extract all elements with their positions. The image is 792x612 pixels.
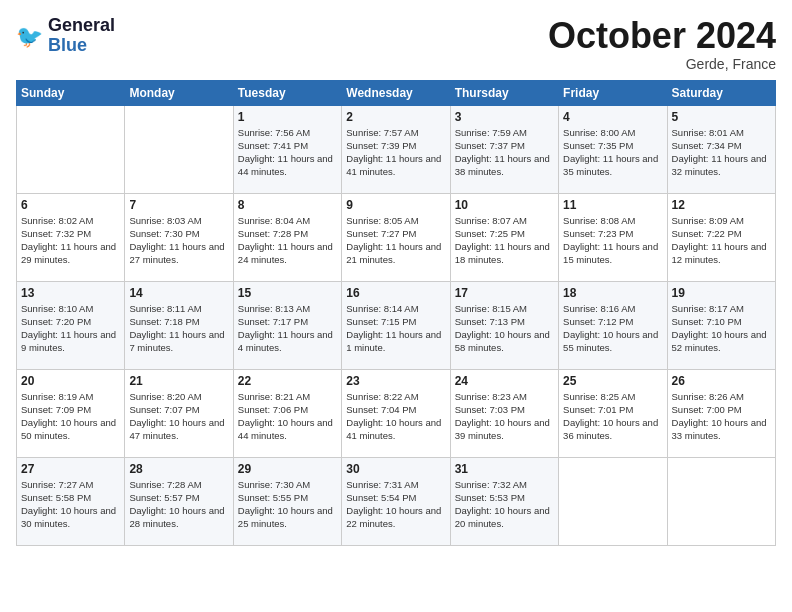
- calendar-cell: 1 Sunrise: 7:56 AMSunset: 7:41 PMDayligh…: [233, 105, 341, 193]
- day-info: Sunrise: 8:01 AMSunset: 7:34 PMDaylight:…: [672, 126, 771, 179]
- calendar-cell: 9 Sunrise: 8:05 AMSunset: 7:27 PMDayligh…: [342, 193, 450, 281]
- day-info: Sunrise: 7:59 AMSunset: 7:37 PMDaylight:…: [455, 126, 554, 179]
- calendar-cell: 10 Sunrise: 8:07 AMSunset: 7:25 PMDaylig…: [450, 193, 558, 281]
- day-number: 9: [346, 198, 445, 212]
- day-number: 4: [563, 110, 662, 124]
- calendar-cell: 23 Sunrise: 8:22 AMSunset: 7:04 PMDaylig…: [342, 369, 450, 457]
- day-info: Sunrise: 8:04 AMSunset: 7:28 PMDaylight:…: [238, 214, 337, 267]
- day-info: Sunrise: 8:08 AMSunset: 7:23 PMDaylight:…: [563, 214, 662, 267]
- calendar-cell: 8 Sunrise: 8:04 AMSunset: 7:28 PMDayligh…: [233, 193, 341, 281]
- day-info: Sunrise: 8:05 AMSunset: 7:27 PMDaylight:…: [346, 214, 445, 267]
- day-info: Sunrise: 8:16 AMSunset: 7:12 PMDaylight:…: [563, 302, 662, 355]
- day-number: 16: [346, 286, 445, 300]
- day-info: Sunrise: 7:27 AMSunset: 5:58 PMDaylight:…: [21, 478, 120, 531]
- calendar-cell: 11 Sunrise: 8:08 AMSunset: 7:23 PMDaylig…: [559, 193, 667, 281]
- day-number: 8: [238, 198, 337, 212]
- day-info: Sunrise: 8:19 AMSunset: 7:09 PMDaylight:…: [21, 390, 120, 443]
- calendar-cell: 15 Sunrise: 8:13 AMSunset: 7:17 PMDaylig…: [233, 281, 341, 369]
- day-number: 28: [129, 462, 228, 476]
- calendar-cell: 24 Sunrise: 8:23 AMSunset: 7:03 PMDaylig…: [450, 369, 558, 457]
- day-info: Sunrise: 8:10 AMSunset: 7:20 PMDaylight:…: [21, 302, 120, 355]
- calendar-cell: 26 Sunrise: 8:26 AMSunset: 7:00 PMDaylig…: [667, 369, 775, 457]
- day-info: Sunrise: 8:14 AMSunset: 7:15 PMDaylight:…: [346, 302, 445, 355]
- day-number: 5: [672, 110, 771, 124]
- calendar-cell: 2 Sunrise: 7:57 AMSunset: 7:39 PMDayligh…: [342, 105, 450, 193]
- col-saturday: Saturday: [667, 80, 775, 105]
- title-area: October 2024 Gerde, France: [548, 16, 776, 72]
- day-info: Sunrise: 8:13 AMSunset: 7:17 PMDaylight:…: [238, 302, 337, 355]
- page-header: 🐦 General Blue October 2024 Gerde, Franc…: [16, 16, 776, 72]
- day-number: 15: [238, 286, 337, 300]
- day-number: 21: [129, 374, 228, 388]
- day-info: Sunrise: 7:31 AMSunset: 5:54 PMDaylight:…: [346, 478, 445, 531]
- calendar-cell: [17, 105, 125, 193]
- day-number: 19: [672, 286, 771, 300]
- day-number: 3: [455, 110, 554, 124]
- calendar-week-row: 1 Sunrise: 7:56 AMSunset: 7:41 PMDayligh…: [17, 105, 776, 193]
- day-number: 2: [346, 110, 445, 124]
- calendar-cell: 25 Sunrise: 8:25 AMSunset: 7:01 PMDaylig…: [559, 369, 667, 457]
- calendar-cell: 28 Sunrise: 7:28 AMSunset: 5:57 PMDaylig…: [125, 457, 233, 545]
- day-number: 25: [563, 374, 662, 388]
- day-info: Sunrise: 8:23 AMSunset: 7:03 PMDaylight:…: [455, 390, 554, 443]
- day-info: Sunrise: 8:09 AMSunset: 7:22 PMDaylight:…: [672, 214, 771, 267]
- day-info: Sunrise: 7:56 AMSunset: 7:41 PMDaylight:…: [238, 126, 337, 179]
- day-info: Sunrise: 7:28 AMSunset: 5:57 PMDaylight:…: [129, 478, 228, 531]
- calendar-header-row: Sunday Monday Tuesday Wednesday Thursday…: [17, 80, 776, 105]
- day-info: Sunrise: 8:21 AMSunset: 7:06 PMDaylight:…: [238, 390, 337, 443]
- calendar-week-row: 20 Sunrise: 8:19 AMSunset: 7:09 PMDaylig…: [17, 369, 776, 457]
- day-info: Sunrise: 8:17 AMSunset: 7:10 PMDaylight:…: [672, 302, 771, 355]
- col-tuesday: Tuesday: [233, 80, 341, 105]
- calendar-cell: 12 Sunrise: 8:09 AMSunset: 7:22 PMDaylig…: [667, 193, 775, 281]
- calendar-cell: 16 Sunrise: 8:14 AMSunset: 7:15 PMDaylig…: [342, 281, 450, 369]
- calendar-cell: 31 Sunrise: 7:32 AMSunset: 5:53 PMDaylig…: [450, 457, 558, 545]
- day-info: Sunrise: 8:15 AMSunset: 7:13 PMDaylight:…: [455, 302, 554, 355]
- col-thursday: Thursday: [450, 80, 558, 105]
- calendar-cell: 22 Sunrise: 8:21 AMSunset: 7:06 PMDaylig…: [233, 369, 341, 457]
- col-monday: Monday: [125, 80, 233, 105]
- day-number: 11: [563, 198, 662, 212]
- day-info: Sunrise: 8:02 AMSunset: 7:32 PMDaylight:…: [21, 214, 120, 267]
- calendar-cell: 27 Sunrise: 7:27 AMSunset: 5:58 PMDaylig…: [17, 457, 125, 545]
- day-info: Sunrise: 7:57 AMSunset: 7:39 PMDaylight:…: [346, 126, 445, 179]
- day-number: 29: [238, 462, 337, 476]
- calendar-cell: 17 Sunrise: 8:15 AMSunset: 7:13 PMDaylig…: [450, 281, 558, 369]
- logo: 🐦 General Blue: [16, 16, 115, 56]
- day-number: 6: [21, 198, 120, 212]
- calendar-week-row: 13 Sunrise: 8:10 AMSunset: 7:20 PMDaylig…: [17, 281, 776, 369]
- calendar-cell: 3 Sunrise: 7:59 AMSunset: 7:37 PMDayligh…: [450, 105, 558, 193]
- day-number: 23: [346, 374, 445, 388]
- logo-text: General Blue: [48, 16, 115, 56]
- day-info: Sunrise: 8:20 AMSunset: 7:07 PMDaylight:…: [129, 390, 228, 443]
- calendar-cell: 13 Sunrise: 8:10 AMSunset: 7:20 PMDaylig…: [17, 281, 125, 369]
- day-info: Sunrise: 8:11 AMSunset: 7:18 PMDaylight:…: [129, 302, 228, 355]
- day-info: Sunrise: 8:00 AMSunset: 7:35 PMDaylight:…: [563, 126, 662, 179]
- calendar-cell: 30 Sunrise: 7:31 AMSunset: 5:54 PMDaylig…: [342, 457, 450, 545]
- day-number: 14: [129, 286, 228, 300]
- day-info: Sunrise: 8:07 AMSunset: 7:25 PMDaylight:…: [455, 214, 554, 267]
- day-info: Sunrise: 8:22 AMSunset: 7:04 PMDaylight:…: [346, 390, 445, 443]
- day-number: 26: [672, 374, 771, 388]
- day-number: 22: [238, 374, 337, 388]
- day-number: 31: [455, 462, 554, 476]
- month-title: October 2024: [548, 16, 776, 56]
- day-number: 1: [238, 110, 337, 124]
- day-number: 30: [346, 462, 445, 476]
- col-wednesday: Wednesday: [342, 80, 450, 105]
- col-friday: Friday: [559, 80, 667, 105]
- calendar-cell: 7 Sunrise: 8:03 AMSunset: 7:30 PMDayligh…: [125, 193, 233, 281]
- calendar-cell: [559, 457, 667, 545]
- calendar-cell: 29 Sunrise: 7:30 AMSunset: 5:55 PMDaylig…: [233, 457, 341, 545]
- day-number: 20: [21, 374, 120, 388]
- day-info: Sunrise: 8:03 AMSunset: 7:30 PMDaylight:…: [129, 214, 228, 267]
- calendar-cell: 19 Sunrise: 8:17 AMSunset: 7:10 PMDaylig…: [667, 281, 775, 369]
- day-number: 10: [455, 198, 554, 212]
- day-number: 24: [455, 374, 554, 388]
- day-number: 27: [21, 462, 120, 476]
- calendar-cell: 4 Sunrise: 8:00 AMSunset: 7:35 PMDayligh…: [559, 105, 667, 193]
- calendar-cell: [667, 457, 775, 545]
- logo-icon: 🐦: [16, 22, 44, 50]
- calendar-cell: 14 Sunrise: 8:11 AMSunset: 7:18 PMDaylig…: [125, 281, 233, 369]
- calendar-cell: 18 Sunrise: 8:16 AMSunset: 7:12 PMDaylig…: [559, 281, 667, 369]
- calendar-cell: 21 Sunrise: 8:20 AMSunset: 7:07 PMDaylig…: [125, 369, 233, 457]
